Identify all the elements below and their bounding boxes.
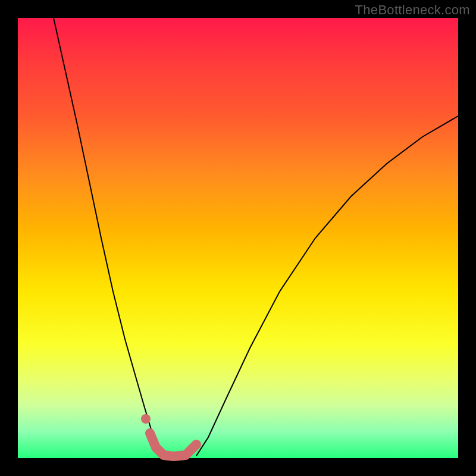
chart-stage: TheBottleneck.com [0, 0, 476, 476]
curve-right-branch [196, 116, 458, 456]
watermark-text: TheBottleneck.com [355, 2, 470, 18]
valley-dots [141, 414, 151, 424]
bottleneck-curve [18, 18, 458, 458]
valley-highlight-segment [150, 433, 196, 456]
curve-left-branch [54, 18, 164, 456]
valley-dot-left [141, 414, 151, 424]
plot-area [18, 18, 458, 458]
